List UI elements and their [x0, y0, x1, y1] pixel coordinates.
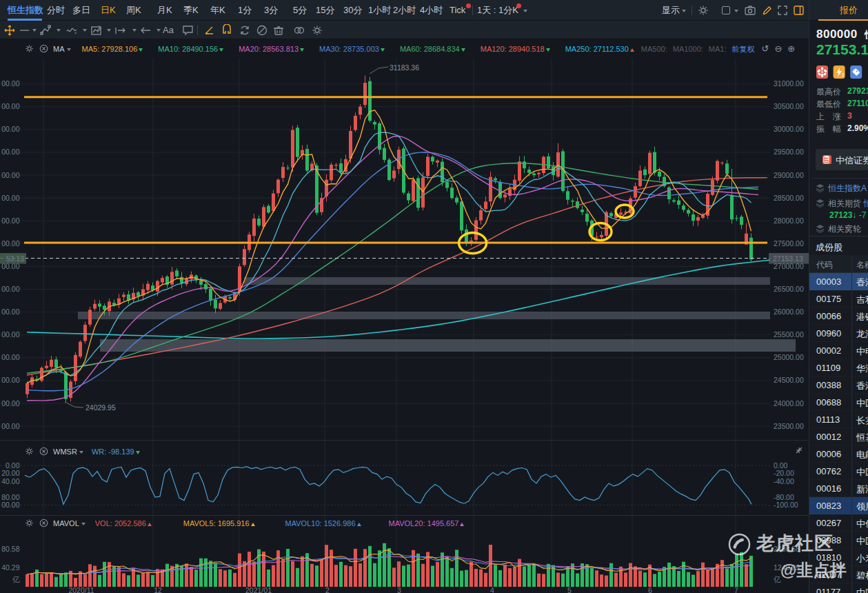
svg-text:28500.00: 28500.00	[774, 194, 804, 202]
svg-text:00.00: 00.00	[1, 376, 19, 384]
svg-text:40.00: 40.00	[1, 477, 19, 485]
svg-text:00.00: 00.00	[1, 171, 19, 179]
svg-text:5: 5	[567, 586, 572, 593]
svg-text:00.00: 00.00	[1, 194, 19, 202]
svg-text:00.00: 00.00	[1, 102, 19, 110]
svg-text:28000.00: 28000.00	[774, 217, 804, 225]
svg-text:53.13: 53.13	[6, 254, 24, 263]
svg-text:31000.00: 31000.00	[774, 79, 804, 88]
svg-text:40.29: 40.29	[1, 563, 19, 572]
svg-text:31183.36: 31183.36	[390, 63, 419, 72]
svg-text:00.00: 00.00	[1, 239, 19, 248]
svg-text:30000.00: 30000.00	[774, 125, 804, 133]
svg-text:-80.00: -80.00	[774, 493, 794, 501]
svg-text:29500.00: 29500.00	[774, 148, 804, 156]
svg-text:00.00: 00.00	[1, 125, 19, 133]
svg-text:2021/01: 2021/01	[245, 586, 272, 593]
svg-text:00.00: 00.00	[1, 217, 19, 225]
svg-text:-100.00: -100.00	[774, 501, 798, 509]
svg-text:12: 12	[154, 586, 162, 593]
svg-text:00.00: 00.00	[1, 330, 19, 339]
svg-text:27500.00: 27500.00	[774, 239, 804, 248]
svg-text:20.00: 20.00	[1, 469, 19, 477]
svg-text:25500.00: 25500.00	[774, 330, 804, 339]
svg-text:6: 6	[648, 586, 652, 593]
svg-text:00.00: 00.00	[1, 285, 19, 293]
svg-text:29000.00: 29000.00	[774, 171, 804, 179]
svg-text:0.00: 0.00	[6, 461, 20, 470]
svg-text:2: 2	[325, 586, 330, 593]
svg-text:80.58: 80.58	[1, 545, 19, 553]
svg-text:24000.00: 24000.00	[774, 399, 804, 408]
svg-text:00.00: 00.00	[1, 422, 19, 430]
svg-text:26500.00: 26500.00	[774, 285, 804, 293]
svg-text:4: 4	[490, 586, 494, 593]
svg-text:00.00: 00.00	[1, 148, 19, 156]
svg-text:80.00: 80.00	[1, 493, 19, 501]
svg-text:0.00: 0.00	[774, 461, 788, 470]
svg-text:7: 7	[734, 586, 738, 593]
svg-text:26000.00: 26000.00	[774, 308, 804, 316]
svg-text:2: 2	[842, 72, 845, 77]
svg-text:27153.13: 27153.13	[773, 254, 803, 263]
svg-text:00.00: 00.00	[1, 79, 19, 88]
svg-text:25000.00: 25000.00	[774, 353, 804, 361]
svg-text:30500.00: 30500.00	[774, 102, 804, 110]
svg-text:24500.00: 24500.00	[774, 376, 804, 384]
svg-text:-20.00: -20.00	[774, 469, 794, 477]
svg-text:-40.00: -40.00	[774, 477, 794, 485]
svg-text:00.00: 00.00	[1, 399, 19, 408]
svg-text:00.00: 00.00	[1, 353, 19, 361]
svg-text:23500.00: 23500.00	[774, 422, 804, 430]
svg-text:00.00: 00.00	[1, 501, 19, 509]
svg-text:亿: 亿	[12, 575, 20, 583]
svg-text:3: 3	[397, 586, 401, 593]
svg-text:24029.95: 24029.95	[85, 403, 116, 412]
svg-text:00.00: 00.00	[1, 308, 19, 316]
svg-text:2020/11: 2020/11	[68, 586, 94, 593]
